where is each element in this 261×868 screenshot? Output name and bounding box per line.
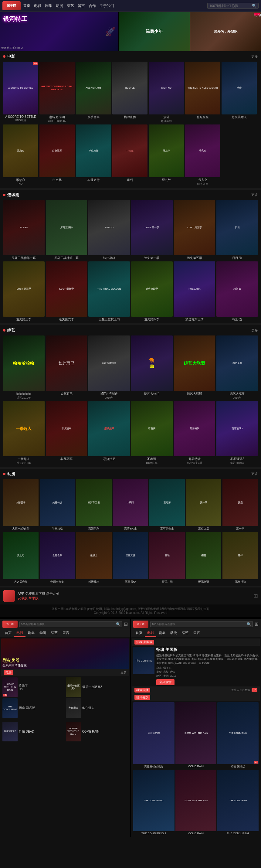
movie-card[interactable]: 死之绊 死之绊 — [149, 124, 184, 186]
anime-card[interactable]: 火影忍者 大家一起/自带 — [3, 479, 38, 531]
right-tab-home[interactable]: 首页 — [133, 629, 145, 637]
movie-card[interactable]: TRIAL 审判 — [112, 124, 148, 186]
nav-variety[interactable]: 综艺 — [67, 3, 74, 8]
nav-drama[interactable]: 剧集 — [45, 3, 52, 8]
nav-anime[interactable]: 动漫 — [56, 3, 63, 8]
left-tab-message[interactable]: 留言 — [60, 629, 72, 637]
small-movie-card[interactable]: 最后一次驱魔2 最后一次驱魔2 — [66, 677, 128, 697]
anime-card[interactable]: Z系列 高清300集 — [113, 479, 149, 531]
drama-card[interactable]: FARGO 法律草稿 — [88, 200, 130, 260]
variety-card[interactable]: 不着调 不着调 DXM合集 — [131, 401, 173, 465]
variety-card[interactable]: 邻居特辑 邻居特辑 都市情景2季 — [174, 401, 216, 465]
grid-icon[interactable]: ⊞ — [124, 621, 128, 627]
small-movie-card[interactable]: 华尔道夫 华尔道夫 — [66, 698, 128, 718]
app-links[interactable]: 安卓版 苹果版 — [18, 596, 60, 600]
banner-third[interactable]: 亲爱的，爱我吧 IQiyi — [190, 12, 261, 51]
movie-card[interactable]: HUSTLE 横冲直撞 — [112, 62, 148, 123]
right-search-input[interactable] — [152, 623, 247, 626]
anime-section-more[interactable]: 更多 — [251, 471, 258, 476]
nav-cooperation[interactable]: 合作 — [89, 3, 96, 8]
right-tab-anime[interactable]: 动漫 — [168, 629, 180, 637]
movie-card[interactable]: WHITNEY CUMMINGS CAN I TOUCH IT? 惠特尼·卡明 … — [39, 62, 75, 123]
anime-card[interactable]: 夏一季 夏空之后 — [186, 479, 222, 531]
left-tab-home[interactable]: 首页 — [2, 629, 14, 637]
anime-card[interactable]: 三重天使 三重天使 — [113, 532, 149, 584]
right-tab-movies[interactable]: 电影 — [145, 629, 156, 637]
movie-card[interactable]: 白色巫师 白台北 — [39, 124, 75, 186]
anime-card[interactable]: 樱花 樱花物语 — [186, 532, 222, 584]
anime-card[interactable]: 花样 花样行动 — [223, 532, 258, 584]
anime-card[interactable]: 夏空 夏一季 — [223, 479, 258, 531]
movie-card[interactable]: 毕业旅行 毕业旅行 — [76, 124, 111, 186]
left-hero-banner[interactable]: 烈火兵器 全系列高清任你搜 — [1, 639, 129, 669]
movies-more[interactable]: 更多 — [121, 670, 127, 675]
variety-card[interactable]: 综艺大联盟 综艺大联盟 — [174, 336, 216, 400]
right-search-icon[interactable]: 🔍 — [247, 622, 251, 626]
search-icon[interactable]: 🔍 — [252, 4, 256, 8]
left-tab-variety[interactable]: 综艺 — [48, 629, 60, 637]
variety-card[interactable]: 综艺全集 综艺大蒐集 2019年 — [217, 336, 258, 400]
drama-card[interactable]: 迷失第四季 迷失第四季 — [131, 261, 173, 321]
movie-card[interactable]: GIOR NO 焦诺 超级英雄 — [149, 62, 184, 123]
rec-card[interactable]: I COME WITH THE RAIN COME RAIN — [175, 702, 217, 769]
movie-card[interactable]: 动作 超级英雄人 — [222, 62, 257, 123]
variety-card[interactable]: 恶搞姐弟 恶搞姐弟 — [88, 401, 130, 465]
anime-card[interactable]: 宝可梦 宝可梦全集 — [149, 479, 185, 531]
left-tab-anime[interactable]: 动漫 — [37, 629, 48, 637]
anime-card[interactable]: 超战士 超级战士 — [76, 532, 112, 584]
right-tab-message[interactable]: 留言 — [191, 629, 202, 637]
search-input[interactable] — [209, 4, 252, 8]
drama-card[interactable]: PLEBS 罗马三战神第一幕 — [3, 200, 44, 260]
drama-card[interactable]: LOST 第五季 迷失第五季 — [174, 200, 216, 260]
anime-card[interactable]: 爱之纪 大之后合集 — [3, 532, 38, 584]
rec-card[interactable]: THE CONJURING 2 THE CONJURING 2 — [133, 770, 174, 835]
left-search-icon[interactable]: 🔍 — [116, 622, 121, 626]
variety-section-more[interactable]: 更多 — [251, 328, 258, 333]
left-panel-logo[interactable]: 酱子网 — [2, 621, 18, 628]
drama-card[interactable]: LOST 第一季 迷失第一季 — [131, 200, 173, 260]
rec-card[interactable]: THE CONJURING HD 招魂 国语版 — [217, 702, 259, 769]
movie-card[interactable]: ASSASINAUT 杀手合集 — [76, 62, 111, 123]
anime-card[interactable]: 童话 童话、初 — [149, 532, 185, 584]
right-grid-icon[interactable]: ⊞ — [255, 621, 259, 627]
movie-card[interactable]: THE SUN IS ALSO A STAR 也是星星 — [185, 62, 220, 123]
drama-card[interactable]: LOST 最终季 迷失第六季 — [46, 261, 88, 321]
nav-home[interactable]: 首页 — [23, 3, 30, 8]
site-logo[interactable]: 酱子网 — [2, 1, 21, 10]
variety-card[interactable]: 哈哈哈哈哈 哈哈哈哈哈 综艺2019年 — [3, 336, 44, 400]
right-tab-variety[interactable]: 综艺 — [180, 629, 191, 637]
rec-card[interactable]: THE CONJURING THE CONJURING — [217, 770, 259, 835]
drama-card[interactable]: THE FINAL SEASON 三生三世枕上书 — [88, 261, 130, 321]
variety-card[interactable]: 非凡冠军 非凡冠军 — [46, 401, 88, 465]
nav-message[interactable]: 留言 — [78, 3, 85, 8]
banner-main[interactable]: 银河特工 银河特工系列大全 🚀 — [0, 12, 118, 51]
left-search-input[interactable] — [21, 623, 116, 626]
movie-card[interactable]: 紧急心 紧急心 HD — [3, 124, 38, 186]
rec-card[interactable]: I COME WITH THE RAIN COME RAIN — [175, 770, 217, 835]
right-tab-drama[interactable]: 剧集 — [156, 629, 168, 637]
small-movie-card[interactable]: THE DEAD THE DEAD — [2, 722, 65, 741]
anime-card[interactable]: 全部合集 全历史合集 — [40, 532, 75, 584]
drama-card[interactable]: 日目 日目·逸 — [217, 200, 258, 260]
drama-card[interactable]: 相剋·逸 相剋·逸 — [217, 261, 258, 321]
variety-card[interactable]: 如此而已 如此而已 — [46, 336, 88, 400]
small-movie-card[interactable]: HD I COME WITH THE RAIN 怜爱了 HD — [2, 677, 65, 697]
rec-card[interactable]: 无处安危险 无处安任任危险 — [133, 702, 174, 769]
movie-card[interactable]: 号入空 号入空 特号入库 — [185, 124, 220, 186]
left-tab-drama[interactable]: 剧集 — [26, 629, 37, 637]
banner-secondary[interactable]: 绿茵少年 — [119, 12, 189, 51]
nav-about[interactable]: 关于我们 — [100, 3, 114, 8]
right-panel-logo[interactable]: 酱子网 — [133, 621, 149, 628]
drama-card[interactable]: 罗马三战神 罗马三战神第二幕 — [46, 200, 88, 260]
variety-card[interactable]: 一拳超人 一拳超人 综艺2019年 — [3, 401, 44, 465]
variety-card[interactable]: 动画 综艺大热门 — [131, 336, 173, 400]
drama-section-more[interactable]: 更多 — [251, 192, 258, 197]
drama-card[interactable]: POLDARK 波达克第三季 — [174, 261, 216, 321]
movie-card[interactable]: HDA SCORE TO SETTLE A SCORE TO SETTLE HD… — [3, 62, 38, 123]
expand-icon[interactable]: ⊞ — [253, 593, 258, 599]
nav-movies[interactable]: 电影 — [34, 3, 41, 8]
movies-section-more[interactable]: 更多 — [251, 54, 258, 59]
variety-card[interactable]: 花花玻璃2 花花玻璃2 综艺2019年 — [217, 401, 258, 465]
anime-card[interactable]: 银河守卫者 高清系列 — [76, 479, 112, 531]
small-movie-card[interactable]: I COME WITH THE RAIN COME RAIN — [66, 722, 128, 741]
